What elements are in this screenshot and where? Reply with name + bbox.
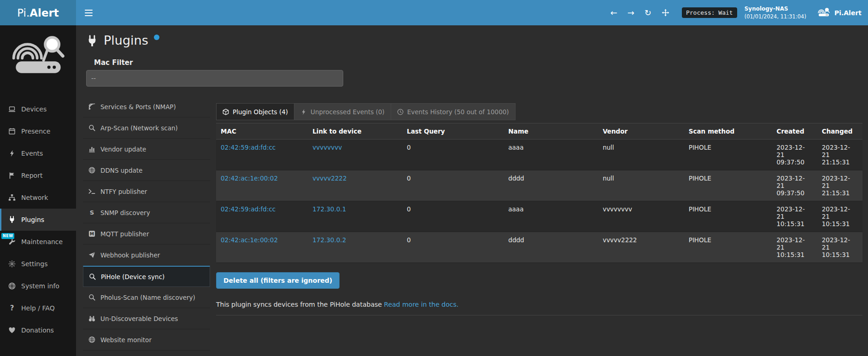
name-cell: dddd	[504, 232, 598, 263]
user-menu[interactable]: Pi.Alert	[817, 7, 862, 18]
sidebar-item-label: Help / FAQ	[21, 304, 55, 312]
plugin-item-ddns-update[interactable]: DDNS update	[83, 160, 210, 181]
magnifier-icon	[89, 273, 96, 280]
process-status-badge: Process: Wait	[682, 7, 737, 18]
flag-icon	[8, 172, 16, 179]
page-title: Plugins	[104, 33, 148, 47]
plugin-item-website-monitor[interactable]: Website monitor	[83, 329, 210, 350]
vendor-cell: vvvvvvvv	[598, 201, 684, 232]
back-button[interactable]: ←	[605, 0, 622, 25]
col-link-to-device[interactable]: Link to device	[308, 123, 402, 140]
col-changed[interactable]: Changed	[817, 123, 862, 140]
globe-icon	[88, 167, 95, 174]
mac-filter-block: Mac Filter	[86, 58, 868, 87]
sidebar-toggle-button[interactable]	[76, 0, 101, 25]
plugin-item-pihole[interactable]: PiHole (Device sync)	[83, 266, 210, 287]
tab-unprocessed-events[interactable]: Unprocessed Events (0)	[294, 104, 391, 120]
scan-method-cell: PIHOLE	[684, 140, 772, 170]
host-name: Synology-NAS	[745, 5, 806, 13]
device-link[interactable]: 172.30.0.1	[312, 205, 346, 213]
sidebar-item-presence[interactable]: Presence	[0, 120, 76, 142]
heart-icon	[8, 327, 16, 334]
question-icon	[8, 304, 16, 312]
move-button[interactable]	[657, 0, 674, 25]
vendor-cell: null	[598, 170, 684, 201]
mac-link[interactable]: 02:42:ac:1e:00:02	[221, 175, 278, 182]
device-link[interactable]: vvvvv2222	[312, 175, 346, 182]
sidebar-item-donations[interactable]: Donations	[0, 319, 76, 341]
changed-cell: 2023-12-21 10:15:31	[817, 232, 862, 263]
sidebar-item-settings[interactable]: Settings	[0, 253, 76, 275]
vendor-cell: null	[598, 140, 684, 170]
router-logo-icon	[12, 34, 65, 81]
pialert-logo-icon	[817, 7, 830, 18]
plugin-item-label: NTFY publisher	[100, 188, 147, 195]
name-cell: aaaa	[504, 140, 598, 170]
plugin-item-label: Services & Ports (NMAP)	[100, 103, 176, 111]
vendor-cell: vvvvv2222	[598, 232, 684, 263]
page-header: Plugins	[76, 25, 868, 49]
device-link[interactable]: 172.30.0.2	[312, 236, 346, 244]
refresh-button[interactable]: ↻	[639, 0, 657, 25]
col-created[interactable]: Created	[772, 123, 817, 140]
tab-label: Events History (50 out of 10000)	[407, 108, 509, 116]
app-brand[interactable]: Pi.Alert	[0, 0, 76, 25]
globe-icon	[8, 282, 16, 290]
sidebar-item-label: Events	[21, 150, 43, 157]
table-header-row: MAC Link to device Last Query Name Vendo…	[216, 123, 862, 140]
plugin-item-ntfy[interactable]: NTFY publisher	[83, 181, 210, 202]
sidebar-logo	[0, 25, 76, 98]
plugin-item-undiscoverable[interactable]: Un-Discoverable Devices	[83, 308, 210, 329]
sidebar-item-devices[interactable]: Devices	[0, 98, 76, 120]
sidebar-item-report[interactable]: Report	[0, 164, 76, 187]
sidebar-item-maintenance[interactable]: NEWMaintenance	[0, 231, 76, 253]
plugin-item-mqtt[interactable]: MQTT publisher	[83, 223, 210, 245]
sidebar-item-label: Devices	[21, 105, 47, 113]
plugin-item-snmp[interactable]: SNMP discovery	[83, 202, 210, 223]
plug-icon	[86, 33, 98, 49]
plugin-item-pholus[interactable]: Pholus-Scan (Name discovery)	[83, 287, 210, 308]
sidebar: Devices Presence Events Report Network P…	[0, 25, 76, 356]
changed-cell: 2023-12-21 10:15:31	[817, 201, 862, 232]
changed-cell: 2023-12-21 21:15:31	[817, 140, 862, 170]
user-name: Pi.Alert	[834, 9, 862, 17]
paper-plane-icon	[88, 251, 95, 258]
sidebar-item-label: Presence	[21, 128, 50, 135]
sidebar-item-help-faq[interactable]: Help / FAQ	[0, 297, 76, 319]
brand-prefix: Pi.	[17, 7, 29, 19]
plugin-item-nmap[interactable]: Services & Ports (NMAP)	[83, 96, 210, 117]
sidebar-item-network[interactable]: Network	[0, 187, 76, 209]
forward-button[interactable]: →	[622, 0, 639, 25]
col-scan-method[interactable]: Scan method	[684, 123, 772, 140]
created-cell: 2023-12-21 09:37:50	[772, 170, 817, 201]
mac-link[interactable]: 02:42:59:ad:fd:cc	[221, 144, 276, 151]
mac-filter-input[interactable]	[86, 70, 343, 87]
sidebar-item-system-info[interactable]: System info	[0, 275, 76, 297]
mac-link[interactable]: 02:42:ac:1e:00:02	[221, 236, 278, 244]
col-mac[interactable]: MAC	[216, 123, 308, 140]
col-name[interactable]: Name	[504, 123, 598, 140]
last-query-cell: 0	[402, 140, 504, 170]
tab-plugin-objects[interactable]: Plugin Objects (4)	[217, 104, 294, 120]
plugin-item-webhook[interactable]: Webhook publisher	[83, 245, 210, 266]
wrench-icon	[8, 238, 16, 245]
sidebar-item-plugins[interactable]: Plugins	[0, 209, 76, 231]
plugin-item-label: Un-Discoverable Devices	[100, 315, 178, 322]
table-row: 02:42:59:ad:fd:cc vvvvvvvv 0 aaaa null P…	[216, 140, 862, 170]
radar-icon	[88, 103, 95, 110]
sidebar-item-events[interactable]: Events	[0, 142, 76, 164]
plugin-item-vendor-update[interactable]: Vendor update	[83, 139, 210, 160]
plugin-item-arpscan[interactable]: Arp-Scan (Network scan)	[83, 117, 210, 139]
mac-link[interactable]: 02:42:59:ad:fd:cc	[221, 205, 276, 213]
device-link[interactable]: vvvvvvvv	[312, 144, 342, 151]
col-last-query[interactable]: Last Query	[402, 123, 504, 140]
topbar: Pi.Alert ← → ↻ Process: Wait Synology-NA…	[0, 0, 868, 25]
docs-link[interactable]: Read more in the docs.	[384, 301, 458, 308]
table-row: 02:42:59:ad:fd:cc 172.30.0.1 0 aaaa vvvv…	[216, 201, 862, 232]
tab-events-history[interactable]: Events History (50 out of 10000)	[391, 104, 515, 120]
col-vendor[interactable]: Vendor	[598, 123, 684, 140]
delete-all-button[interactable]: Delete all (filters are ignored)	[216, 272, 340, 289]
title-info-badge[interactable]	[154, 35, 159, 40]
plugin-item-label: Pholus-Scan (Name discovery)	[100, 294, 195, 301]
name-cell: dddd	[504, 170, 598, 201]
